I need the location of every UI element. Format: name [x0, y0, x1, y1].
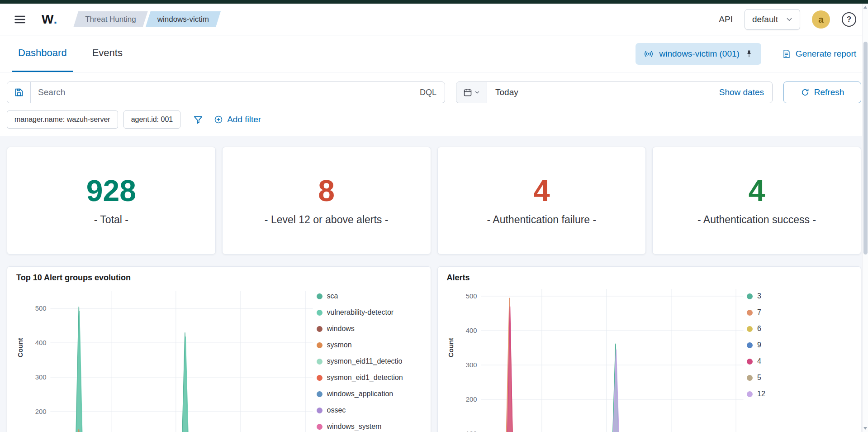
- stats-row: 928 - Total - 8 - Level 12 or above aler…: [7, 147, 861, 254]
- stat-value-auth-success: 4: [749, 176, 765, 206]
- index-pattern-select[interactable]: default: [745, 9, 800, 30]
- header-right: API default a ?: [719, 9, 856, 30]
- filter-row: manager.name: wazuh-server agent.id: 001…: [0, 103, 868, 136]
- tab-dashboard[interactable]: Dashboard: [12, 35, 73, 72]
- legend-label: ossec: [327, 406, 346, 414]
- menu-toggle-button[interactable]: [12, 11, 28, 28]
- legend-dot: [747, 391, 753, 397]
- top-accent-bar: [0, 0, 868, 4]
- query-language-button[interactable]: DQL: [412, 88, 445, 97]
- legend-item[interactable]: windows_system: [317, 418, 422, 432]
- legend-item[interactable]: sysmon: [317, 337, 422, 353]
- help-icon[interactable]: ?: [842, 12, 856, 27]
- legend-label: sysmon_eid11_detectio: [327, 357, 403, 365]
- legend-dot: [317, 326, 323, 332]
- breadcrumb-module[interactable]: Threat Hunting: [73, 11, 147, 27]
- svg-text:300: 300: [465, 361, 477, 369]
- legend-item[interactable]: vulnerability-detector: [317, 304, 422, 321]
- scrollbar-thumb[interactable]: [863, 42, 868, 254]
- legend-dot: [317, 293, 323, 299]
- api-menu-button[interactable]: API: [719, 14, 733, 24]
- legend-item[interactable]: windows_application: [317, 386, 422, 402]
- svg-text:500: 500: [465, 293, 477, 300]
- date-range-value[interactable]: Today: [487, 87, 711, 97]
- stat-value-auth-failure: 4: [533, 176, 550, 206]
- charts-row: Top 10 Alert groups evolution Count 1002…: [7, 266, 861, 432]
- legend-dot: [317, 375, 323, 381]
- tab-events[interactable]: Events: [86, 35, 129, 72]
- legend-item[interactable]: 3: [747, 288, 852, 304]
- alert-groups-panel: Top 10 Alert groups evolution Count 1002…: [7, 266, 431, 432]
- broadcast-icon: [644, 49, 654, 59]
- legend-label: 5: [757, 374, 761, 382]
- alerts-panel: Alerts Count 100200300400500 37694512: [437, 266, 862, 432]
- stat-value-total: 928: [86, 176, 136, 206]
- search-row: DQL Today Show dates Refresh: [0, 72, 868, 103]
- alerts-chart[interactable]: 100200300400500: [459, 288, 745, 432]
- show-dates-button[interactable]: Show dates: [711, 87, 772, 97]
- pinned-agent-button[interactable]: windows-victim (001): [636, 43, 761, 65]
- filter-pill-agent[interactable]: agent.id: 001: [123, 110, 181, 129]
- alerts-legend: 37694512: [744, 288, 852, 432]
- legend-item[interactable]: 12: [747, 386, 852, 402]
- panel-title: Alerts: [447, 273, 852, 283]
- legend-label: vulnerability-detector: [327, 308, 394, 317]
- refresh-button[interactable]: Refresh: [783, 82, 861, 103]
- alert-groups-chart[interactable]: 100200300400500: [28, 288, 314, 432]
- breadcrumb-agent[interactable]: windows-victim: [146, 11, 221, 27]
- legend-item[interactable]: windows: [317, 321, 422, 337]
- user-avatar[interactable]: a: [812, 10, 830, 29]
- filter-options-button[interactable]: [193, 115, 203, 125]
- breadcrumb: Threat Hunting windows-victim: [73, 11, 221, 27]
- alert-groups-legend: scavulnerability-detectorwindowssysmonsy…: [314, 288, 422, 432]
- logo-dot: .: [53, 12, 57, 27]
- legend-dot: [317, 359, 323, 365]
- legend-label: windows_application: [327, 390, 394, 398]
- generate-report-button[interactable]: Generate report: [782, 49, 856, 59]
- legend-item[interactable]: sca: [317, 288, 422, 304]
- legend-label: sysmon_eid1_detection: [327, 374, 403, 382]
- legend-label: sca: [327, 292, 338, 300]
- legend-item[interactable]: sysmon_eid1_detection: [317, 370, 422, 386]
- scrollbar[interactable]: [862, 4, 868, 432]
- scrollbar-up-arrow[interactable]: [863, 6, 867, 9]
- filter-pill-manager[interactable]: manager.name: wazuh-server: [7, 110, 118, 129]
- calendar-icon: [463, 88, 472, 97]
- legend-label: windows: [327, 325, 355, 333]
- legend-dot: [747, 326, 753, 332]
- date-picker-bar: Today Show dates: [456, 82, 773, 103]
- stat-card-auth-failure: 4 - Authentication failure -: [437, 147, 646, 254]
- chart-body: Count 100200300400500 37694512: [447, 288, 852, 432]
- legend-item[interactable]: 4: [747, 353, 852, 370]
- legend-item[interactable]: ossec: [317, 402, 422, 418]
- legend-item[interactable]: sysmon_eid11_detectio: [317, 353, 422, 370]
- module-tabs: Dashboard Events: [12, 35, 142, 72]
- svg-text:300: 300: [35, 374, 47, 381]
- stat-card-total: 928 - Total -: [7, 147, 216, 254]
- dashboard-content: 928 - Total - 8 - Level 12 or above aler…: [0, 136, 868, 432]
- saved-queries-button[interactable]: [7, 82, 31, 103]
- legend-label: 12: [757, 390, 765, 398]
- app-header: W. Threat Hunting windows-victim API def…: [0, 4, 868, 35]
- refresh-icon: [801, 88, 810, 97]
- add-filter-button[interactable]: Add filter: [214, 115, 261, 125]
- legend-item[interactable]: 6: [747, 321, 852, 337]
- legend-dot: [317, 424, 323, 430]
- svg-text:500: 500: [35, 305, 47, 312]
- legend-dot: [747, 342, 753, 348]
- legend-item[interactable]: 5: [747, 370, 852, 386]
- search-input[interactable]: [31, 82, 412, 103]
- date-quick-select-button[interactable]: [456, 82, 487, 103]
- report-icon: [782, 49, 791, 58]
- legend-label: 6: [757, 325, 761, 333]
- legend-label: 3: [757, 292, 761, 300]
- legend-item[interactable]: 7: [747, 304, 852, 321]
- legend-label: 9: [757, 341, 761, 349]
- scrollbar-down-arrow[interactable]: [863, 427, 867, 430]
- wazuh-logo[interactable]: W.: [42, 12, 57, 27]
- chevron-down-icon: [785, 15, 793, 24]
- legend-label: sysmon: [327, 341, 352, 349]
- svg-text:100: 100: [465, 430, 477, 432]
- legend-item[interactable]: 9: [747, 337, 852, 353]
- svg-text:200: 200: [35, 408, 47, 415]
